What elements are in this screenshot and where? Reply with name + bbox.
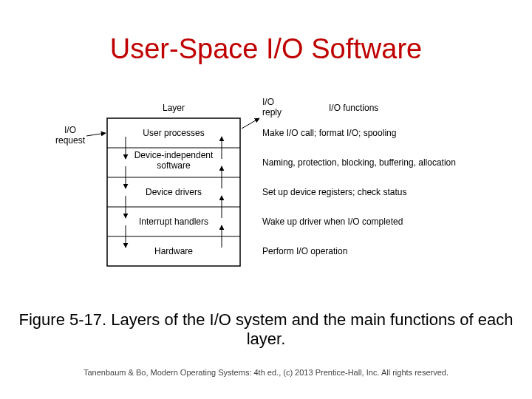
header-functions: I/O functions: [329, 103, 378, 113]
svg-text:reply: reply: [262, 107, 282, 117]
layer-0-fn: Make I/O call; format I/O; spooling: [262, 128, 396, 138]
layer-3-fn: Wake up driver when I/O completed: [262, 216, 403, 227]
svg-text:request: request: [55, 135, 86, 146]
svg-text:I/O: I/O: [64, 125, 76, 135]
copyright-line: Tanenbaum & Bo, Modern Operating Systems…: [0, 368, 532, 377]
figure-caption: Figure 5-17. Layers of the I/O system an…: [0, 310, 532, 349]
slide: User-Space I/O Software User processes: [0, 0, 532, 399]
io-reply-label: I/O reply: [242, 97, 282, 129]
io-request-label: I/O request: [55, 125, 106, 146]
layer-4-fn: Perform I/O operation: [262, 246, 347, 256]
layer-stack: User processes Device-independent softwa…: [107, 118, 240, 266]
page-title: User-Space I/O Software: [0, 33, 532, 65]
layer-2-fn: Set up device registers; check status: [262, 187, 406, 197]
svg-text:I/O: I/O: [262, 97, 274, 107]
layer-1-label-a: Device-independent: [134, 150, 214, 160]
layer-3-label: Interrupt handlers: [139, 216, 208, 227]
svg-line-7: [86, 133, 106, 136]
svg-line-18: [242, 118, 259, 129]
header-layer: Layer: [163, 103, 185, 113]
io-layers-diagram: User processes Device-independent softwa…: [55, 96, 469, 288]
layer-1-label-b: software: [157, 160, 191, 171]
layer-4-label: Hardware: [154, 246, 193, 256]
layer-0-label: User processes: [143, 128, 204, 138]
layer-2-label: Device drivers: [146, 187, 202, 197]
layer-1-fn: Naming, protection, blocking, buffering,…: [262, 157, 456, 168]
